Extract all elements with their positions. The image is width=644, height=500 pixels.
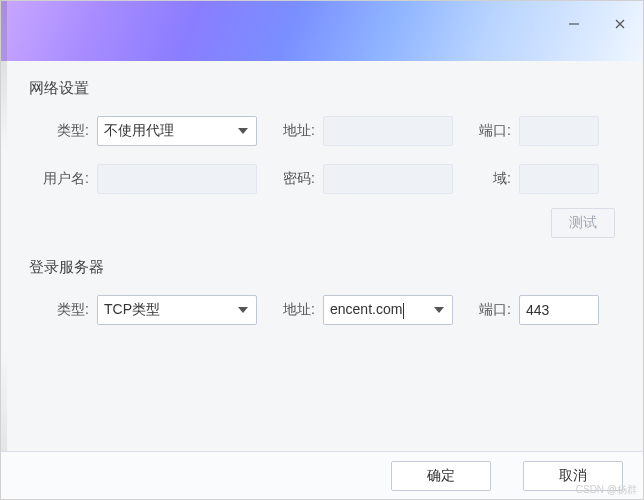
network-port-field[interactable] [519, 116, 599, 146]
close-icon [614, 18, 626, 30]
cancel-button[interactable]: 取消 [523, 461, 623, 491]
close-button[interactable] [597, 9, 643, 39]
chevron-down-icon [238, 128, 248, 134]
minimize-button[interactable] [551, 9, 597, 39]
network-type-select[interactable]: 不使用代理 [97, 116, 257, 146]
chevron-down-icon [434, 307, 444, 313]
window-body: 网络设置 类型: 不使用代理 地址: 端口: 用户名: 密码: 域: 测试 登录… [1, 61, 643, 325]
footer: 确定 取消 [1, 451, 643, 499]
login-port-value: 443 [526, 302, 549, 318]
login-addr-select[interactable]: encent.com [323, 295, 453, 325]
network-addr-label: 地址: [265, 122, 315, 140]
network-addr-field[interactable] [323, 116, 453, 146]
login-port-field[interactable]: 443 [519, 295, 599, 325]
login-addr-label: 地址: [265, 301, 315, 319]
network-pass-field[interactable] [323, 164, 453, 194]
svg-marker-5 [434, 307, 444, 313]
login-addr-value: encent.com [330, 301, 446, 318]
login-section-title: 登录服务器 [29, 258, 615, 277]
svg-marker-4 [238, 307, 248, 313]
test-button[interactable]: 测试 [551, 208, 615, 238]
network-section-title: 网络设置 [29, 79, 615, 98]
login-type-select[interactable]: TCP类型 [97, 295, 257, 325]
network-pass-label: 密码: [265, 170, 315, 188]
network-port-label: 端口: [461, 122, 511, 140]
network-test-row: 测试 [29, 208, 615, 238]
network-user-field[interactable] [97, 164, 257, 194]
network-type-label: 类型: [29, 122, 89, 140]
login-type-label: 类型: [29, 301, 89, 319]
text-cursor [403, 303, 404, 319]
settings-window: 网络设置 类型: 不使用代理 地址: 端口: 用户名: 密码: 域: 测试 登录… [0, 0, 644, 500]
minimize-icon [568, 18, 580, 30]
svg-marker-3 [238, 128, 248, 134]
titlebar [1, 1, 643, 61]
login-port-label: 端口: [461, 301, 511, 319]
network-domain-label: 域: [461, 170, 511, 188]
ok-button[interactable]: 确定 [391, 461, 491, 491]
network-grid: 类型: 不使用代理 地址: 端口: 用户名: 密码: 域: [29, 116, 615, 194]
network-type-value: 不使用代理 [104, 122, 250, 140]
chevron-down-icon [238, 307, 248, 313]
network-domain-field[interactable] [519, 164, 599, 194]
login-grid: 类型: TCP类型 地址: encent.com 端口: 443 [29, 295, 615, 325]
login-type-value: TCP类型 [104, 301, 250, 319]
network-user-label: 用户名: [29, 170, 89, 188]
